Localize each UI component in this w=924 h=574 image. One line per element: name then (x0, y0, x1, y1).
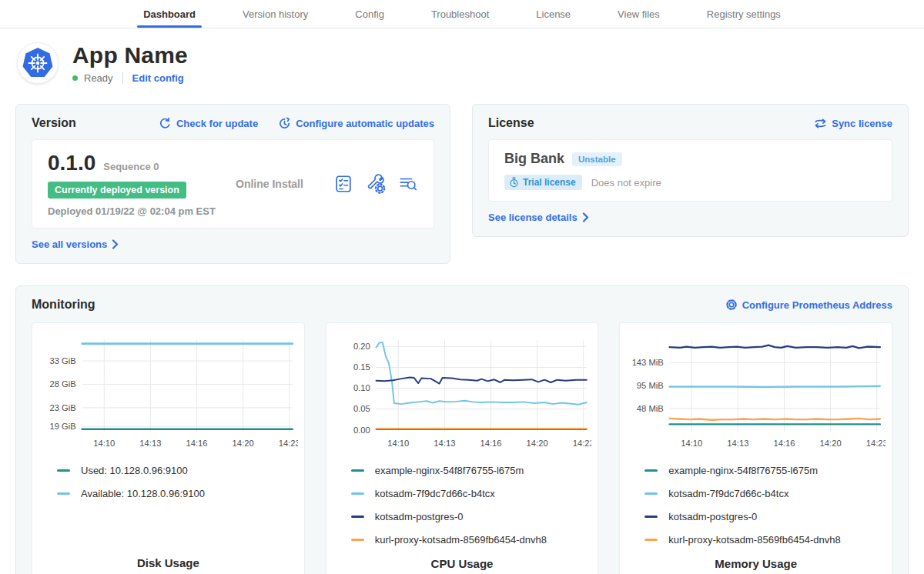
legend-label: kotsadm-postgres-0 (668, 511, 757, 522)
svg-text:14:16: 14:16 (774, 439, 795, 448)
svg-text:14:10: 14:10 (93, 439, 115, 448)
configure-prometheus-link[interactable]: Configure Prometheus Address (725, 299, 892, 311)
cpu-usage-legend: example-nginx-54f8f76755-l675mkotsadm-7f… (351, 465, 592, 557)
legend-label: example-nginx-54f8f76755-l675m (668, 465, 818, 476)
svg-text:14:16: 14:16 (480, 439, 501, 448)
memory-usage-title: Memory Usage (626, 557, 886, 574)
disk-usage-legend: Used: 10.128.0.96:9100Available: 10.128.… (57, 465, 298, 556)
svg-text:14:20: 14:20 (820, 439, 842, 448)
svg-text:0.00: 0.00 (353, 425, 370, 435)
preflight-checklist-icon[interactable] (333, 174, 353, 194)
version-card: Version Check for update (15, 104, 450, 264)
trial-license-badge: Trial license (504, 175, 582, 190)
divider (122, 72, 123, 84)
chevron-right-icon (582, 212, 589, 222)
refresh-icon (159, 117, 172, 130)
svg-text:14:16: 14:16 (186, 439, 207, 448)
tab-dashboard[interactable]: Dashboard (142, 0, 197, 28)
legend-color-dash (351, 492, 364, 495)
tab-registry-settings[interactable]: Registry settings (705, 0, 782, 28)
edit-config-link[interactable]: Edit config (132, 72, 184, 84)
app-header: App Name Ready Edit config (15, 42, 909, 84)
legend-label: kurl-proxy-kotsadm-8569fb6454-dnvh8 (668, 534, 840, 546)
svg-text:48 MiB: 48 MiB (637, 404, 664, 413)
svg-text:33 GiB: 33 GiB (49, 356, 75, 365)
legend-label: kurl-proxy-kotsadm-8569fb6454-dnvh8 (375, 534, 547, 546)
tab-view-files[interactable]: View files (616, 0, 661, 28)
expiry-text: Does not expire (591, 177, 661, 189)
legend-label: Used: 10.128.0.96:9100 (81, 465, 188, 476)
svg-text:0.05: 0.05 (353, 404, 370, 413)
legend-color-dash (644, 492, 658, 495)
tab-troubleshoot[interactable]: Troubleshoot (430, 0, 490, 28)
legend-color-dash (644, 516, 658, 518)
cpu-usage-title: CPU Usage (333, 557, 592, 574)
charts-row: 19 GiB23 GiB28 GiB33 GiB14:1014:1314:161… (32, 322, 892, 574)
chart-card-cpu-usage: 0.000.050.100.150.2014:1014:1314:1614:20… (326, 322, 599, 574)
app-status-text: Ready (84, 72, 113, 84)
clock-refresh-icon (278, 117, 291, 130)
svg-text:14:23: 14:23 (279, 439, 298, 448)
legend-item: kotsadm-postgres-0 (644, 511, 886, 522)
legend-label: kotsadm-7f9dc7d66c-b4tcx (375, 488, 495, 499)
legend-item: Used: 10.128.0.96:9100 (57, 465, 298, 476)
gear-icon (725, 299, 738, 311)
svg-text:0.10: 0.10 (353, 383, 370, 392)
dashboard-main: App Name Ready Edit config Version (0, 28, 924, 574)
tab-version-history[interactable]: Version history (241, 0, 310, 28)
cpu-usage-plot: 0.000.050.100.150.2014:1014:1314:1614:20… (333, 332, 592, 457)
license-box: Big Bank Unstable Trial license (488, 139, 892, 202)
current-version-box: 0.1.0 Sequence 0 Currently deployed vers… (32, 139, 434, 229)
channel-badge: Unstable (572, 152, 622, 166)
deployed-badge: Currently deployed version (48, 182, 186, 199)
top-nav: DashboardVersion historyConfigTroublesho… (0, 0, 924, 28)
legend-item: kotsadm-postgres-0 (351, 511, 592, 522)
version-heading: Version (32, 116, 76, 130)
customer-name: Big Bank (504, 151, 564, 167)
tab-config[interactable]: Config (353, 0, 386, 28)
sync-arrows-icon (814, 117, 827, 130)
configure-automatic-updates-link[interactable]: Configure automatic updates (278, 117, 434, 130)
legend-item: kurl-proxy-kotsadm-8569fb6454-dnvh8 (644, 534, 886, 546)
legend-item: example-nginx-54f8f76755-l675m (351, 465, 592, 476)
legend-item: kotsadm-7f9dc7d66c-b4tcx (351, 488, 592, 499)
legend-color-dash (644, 469, 658, 472)
svg-text:14:10: 14:10 (681, 439, 703, 448)
monitoring-heading: Monitoring (32, 298, 95, 312)
svg-text:143 MiB: 143 MiB (632, 358, 664, 367)
see-all-versions-link[interactable]: See all versions (32, 239, 119, 250)
stopwatch-icon (509, 177, 519, 188)
license-card: License Sync license Big Bank Unstable (472, 104, 909, 237)
svg-text:23 GiB: 23 GiB (49, 403, 75, 412)
deploy-logs-icon[interactable] (398, 174, 418, 194)
legend-color-dash (351, 469, 364, 472)
sync-license-link[interactable]: Sync license (814, 117, 892, 130)
summary-cards-row: Version Check for update (15, 104, 909, 264)
svg-text:19 GiB: 19 GiB (49, 422, 75, 431)
svg-text:0.20: 0.20 (353, 342, 370, 351)
legend-color-dash (57, 492, 70, 495)
legend-color-dash (351, 539, 364, 541)
configure-wrench-icon[interactable] (366, 174, 386, 194)
svg-text:14:10: 14:10 (387, 439, 409, 448)
chart-card-disk-usage: 19 GiB23 GiB28 GiB33 GiB14:1014:1314:161… (32, 322, 305, 574)
legend-label: kotsadm-postgres-0 (375, 511, 464, 522)
svg-text:14:13: 14:13 (728, 439, 749, 448)
legend-item: example-nginx-54f8f76755-l675m (644, 465, 886, 476)
svg-text:14:20: 14:20 (233, 439, 254, 448)
ready-status-dot (72, 75, 78, 81)
legend-item: kurl-proxy-kotsadm-8569fb6454-dnvh8 (351, 534, 592, 546)
svg-text:14:13: 14:13 (434, 439, 455, 448)
see-license-details-link[interactable]: See license details (488, 212, 589, 223)
svg-text:14:23: 14:23 (572, 439, 591, 448)
chart-card-memory-usage: 48 MiB95 MiB143 MiB14:1014:1314:1614:201… (619, 322, 892, 574)
legend-color-dash (57, 469, 70, 472)
svg-text:14:20: 14:20 (526, 439, 547, 448)
legend-color-dash (644, 539, 658, 541)
svg-text:14:13: 14:13 (139, 439, 161, 448)
nav-tabs: DashboardVersion historyConfigTroublesho… (142, 0, 782, 28)
legend-label: Available: 10.128.0.96:9100 (81, 488, 205, 499)
tab-license[interactable]: License (534, 0, 572, 28)
deployed-timestamp: Deployed 01/19/22 @ 02:04 pm EST (48, 205, 225, 217)
check-for-update-link[interactable]: Check for update (159, 117, 258, 130)
